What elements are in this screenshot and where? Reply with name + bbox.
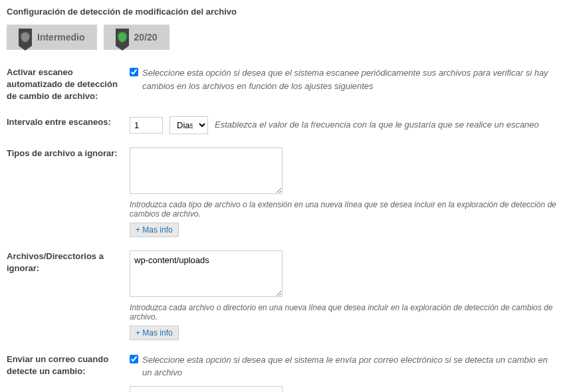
ignore-types-label: Tipos de archivo a ignorar: — [7, 147, 130, 159]
auto-scan-help: Seleccione esta opción si desea que el s… — [142, 66, 558, 92]
shield-gray-icon — [21, 32, 30, 43]
security-badges: Intermedio 20/20 — [7, 25, 558, 50]
interval-label: Intervalo entre escaneos: — [7, 116, 130, 128]
score-value: 20/20 — [134, 32, 158, 43]
level-label: Intermedio — [37, 32, 85, 43]
email-notify-checkbox[interactable] — [130, 355, 138, 363]
ignore-dirs-label: Archivos/Direcctorios a ignorar: — [7, 250, 130, 274]
email-notify-help-top: Seleccione esta opción si desea que el s… — [142, 353, 558, 379]
score-badge: 20/20 — [104, 25, 170, 50]
interval-value-input[interactable] — [130, 117, 163, 134]
auto-scan-label: Activar escaneo automatizado de detecció… — [7, 66, 130, 103]
ribbon-icon — [116, 29, 129, 46]
email-notify-label: Enviar un correo cuando detecte un cambi… — [7, 353, 130, 377]
ribbon-icon — [19, 29, 32, 46]
ignore-types-more-info-button[interactable]: + Mas info — [130, 223, 179, 237]
row-interval: Intervalo entre escaneos: Dias Establezc… — [7, 116, 558, 134]
interval-help: Establezca el valor de la frecuencia con… — [215, 118, 539, 132]
ignore-types-help: Introduzca cada tipo de archivo o la ext… — [130, 200, 558, 219]
row-ignore-dirs: Archivos/Direcctorios a ignorar: wp-cont… — [7, 250, 558, 340]
row-auto-scan: Activar escaneo automatizado de detecció… — [7, 66, 558, 103]
ignore-dirs-help: Introduzca cada archivo o directorio en … — [130, 303, 558, 322]
row-ignore-types: Tipos de archivo a ignorar: Introduzca c… — [7, 147, 558, 237]
email-address-textarea[interactable]: tucorreo@hotmail.com — [130, 386, 282, 392]
section-title: Configuración de detección de modificaci… — [7, 7, 558, 17]
ignore-types-textarea[interactable] — [130, 147, 282, 194]
auto-scan-checkbox[interactable] — [130, 68, 138, 76]
level-badge: Intermedio — [7, 25, 97, 50]
shield-green-icon — [118, 32, 127, 43]
interval-unit-select[interactable]: Dias — [170, 116, 208, 134]
ignore-dirs-textarea[interactable]: wp-content/uploads — [130, 250, 282, 297]
ignore-dirs-more-info-button[interactable]: + Mas info — [130, 326, 179, 340]
row-email-notify: Enviar un correo cuando detecte un cambi… — [7, 353, 558, 392]
